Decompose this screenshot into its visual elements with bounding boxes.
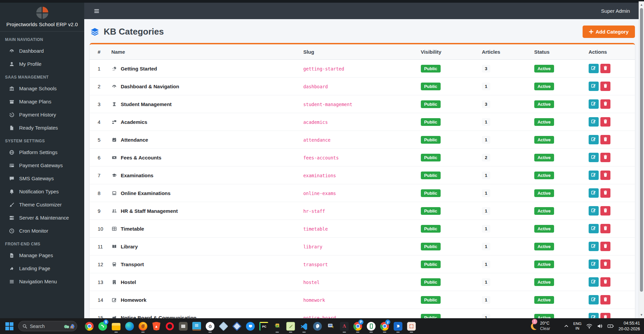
add-category-button[interactable]: Add Category: [583, 26, 635, 38]
edit-button[interactable]: [589, 64, 599, 73]
weather-widget[interactable]: 1 20°C Clear: [529, 321, 550, 331]
column-header-visibility: Visibility: [417, 44, 478, 60]
sidebar-item-manage-pages[interactable]: Manage Pages: [0, 249, 84, 262]
edit-button[interactable]: [589, 295, 599, 304]
delete-button[interactable]: [600, 153, 610, 162]
taskbar-app-brave[interactable]: ▲: [150, 319, 163, 333]
taskbar-app-winscp[interactable]: [270, 319, 284, 333]
sidebar-item-manage-schools[interactable]: Manage Schools: [0, 82, 84, 95]
taskbar-app-chrome-profile-y[interactable]: y: [378, 319, 391, 333]
edit-button[interactable]: [589, 259, 599, 269]
edit-button[interactable]: [589, 242, 599, 251]
taskbar-app-ms-flow[interactable]: [391, 319, 405, 333]
taskbar-app-chrome-profile-p[interactable]: P: [351, 319, 364, 333]
language-indicator[interactable]: ENG IN: [573, 322, 582, 331]
sidebar-item-label: Manage Schools: [19, 86, 57, 91]
edit-button[interactable]: [589, 82, 599, 91]
edit-button[interactable]: [589, 206, 599, 216]
taskbar-app-cube-viewer[interactable]: [217, 319, 230, 333]
taskbar-app-snipping-tool[interactable]: [405, 319, 418, 333]
delete-button[interactable]: [600, 277, 610, 287]
menu-toggle-button[interactable]: [94, 8, 100, 14]
visibility-badge: Public: [421, 189, 441, 197]
taskbar-app-filezilla[interactable]: [324, 319, 338, 333]
taskbar-app-notepad[interactable]: [190, 319, 203, 333]
brand[interactable]: Projectworlds School ERP v2.0: [0, 3, 84, 32]
sidebar-item-manage-plans[interactable]: Manage Plans: [0, 95, 84, 108]
delete-button[interactable]: [600, 99, 610, 109]
sidebar-item-my-profile[interactable]: My Profile: [0, 57, 84, 70]
taskbar-app-vscode[interactable]: [297, 319, 311, 333]
delete-button[interactable]: [600, 242, 610, 251]
taskbar-app-phone-link[interactable]: [364, 319, 378, 333]
sidebar-item-server-and-maintenance[interactable]: Server & Maintenance: [0, 211, 84, 224]
user-menu[interactable]: Super Admin: [601, 8, 630, 14]
delete-button[interactable]: [600, 188, 610, 198]
start-button[interactable]: [5, 322, 13, 330]
taskbar-app-edge[interactable]: [123, 319, 136, 333]
edit-button[interactable]: [589, 135, 599, 144]
table-row-academics: 4AcademicsacademicsPublic1Active: [90, 113, 635, 131]
taskbar-app-chrome[interactable]: [83, 319, 96, 333]
app-badge: P: [358, 320, 363, 325]
sidebar-item-sms-gateways[interactable]: SMS Gateways: [0, 172, 84, 185]
edit-pen-icon: [591, 154, 596, 160]
volume-icon[interactable]: [597, 324, 603, 329]
edit-button[interactable]: [589, 171, 599, 180]
edit-button[interactable]: [589, 313, 599, 318]
taskbar-app-firefox[interactable]: [136, 319, 150, 333]
delete-button[interactable]: [600, 206, 610, 216]
scrollbar-up-arrow-icon[interactable]: ▲: [639, 3, 644, 6]
taskbar-app-pycharm[interactable]: PC: [257, 319, 270, 333]
visibility-badge: Public: [421, 314, 441, 319]
sidebar-item-cron-monitor[interactable]: Cron Monitor: [0, 224, 84, 237]
sidebar-item-navigation-menu[interactable]: Navigation Menu: [0, 275, 84, 288]
status-badge: Active: [534, 225, 554, 233]
battery-icon[interactable]: [607, 324, 614, 328]
delete-button[interactable]: [600, 224, 610, 233]
taskbar-app-whatsapp[interactable]: 9: [96, 319, 109, 333]
sidebar-item-payment-gateways[interactable]: Payment Gateways: [0, 159, 84, 172]
edit-button[interactable]: [589, 277, 599, 287]
status-badge: Active: [534, 136, 554, 144]
delete-button[interactable]: [600, 259, 610, 269]
taskbar-clock[interactable]: 04:55:41 20-02-2026: [618, 321, 640, 332]
edit-button[interactable]: [589, 117, 599, 127]
sidebar-item-dashboard[interactable]: Dashboard: [0, 44, 84, 57]
taskbar-app-postgresql[interactable]: [311, 319, 324, 333]
delete-button[interactable]: [600, 171, 610, 180]
scrollbar-thumb[interactable]: [640, 8, 643, 292]
vertical-scrollbar[interactable]: ▲ ▼: [639, 1, 644, 318]
category-name: Transport: [121, 261, 144, 267]
delete-button[interactable]: [600, 135, 610, 144]
wifi-icon[interactable]: [586, 324, 592, 329]
edit-button[interactable]: [589, 224, 599, 233]
edit-button[interactable]: [589, 99, 599, 109]
cell-name: HR & Staff Management: [111, 208, 295, 214]
delete-button[interactable]: [600, 313, 610, 318]
sidebar-item-payment-history[interactable]: Payment History: [0, 108, 84, 121]
taskbar-search[interactable]: Search: [18, 321, 77, 331]
taskbar-app-bluestacks[interactable]: [244, 319, 257, 333]
taskbar-app-android-studio[interactable]: [203, 319, 217, 333]
taskbar-app-remote-desktop[interactable]: [177, 319, 190, 333]
taskbar-app-nmap[interactable]: Λ: [338, 319, 351, 333]
delete-button[interactable]: [600, 295, 610, 304]
taskbar-app-opera[interactable]: [163, 319, 177, 333]
taskbar-app-notepad-plus[interactable]: [284, 319, 297, 333]
sidebar-item-platform-settings[interactable]: Platform Settings: [0, 146, 84, 159]
sidebar-item-landing-page[interactable]: Landing Page: [0, 262, 84, 275]
edit-button[interactable]: [589, 153, 599, 162]
edit-button[interactable]: [589, 188, 599, 198]
sidebar-item-ready-templates[interactable]: Ready Templates: [0, 121, 84, 134]
taskbar-app-file-explorer[interactable]: [109, 319, 123, 333]
trash-icon: [603, 154, 608, 160]
tray-chevron-up-icon[interactable]: [564, 324, 568, 328]
sidebar-item-notification-types[interactable]: Notification Types: [0, 185, 84, 198]
taskbar-app-virtualbox[interactable]: [230, 319, 244, 333]
scrollbar-down-arrow-icon[interactable]: ▼: [639, 313, 644, 317]
sidebar-item-theme-customizer[interactable]: Theme Customizer: [0, 198, 84, 211]
delete-button[interactable]: [600, 82, 610, 91]
delete-button[interactable]: [600, 64, 610, 73]
delete-button[interactable]: [600, 117, 610, 127]
